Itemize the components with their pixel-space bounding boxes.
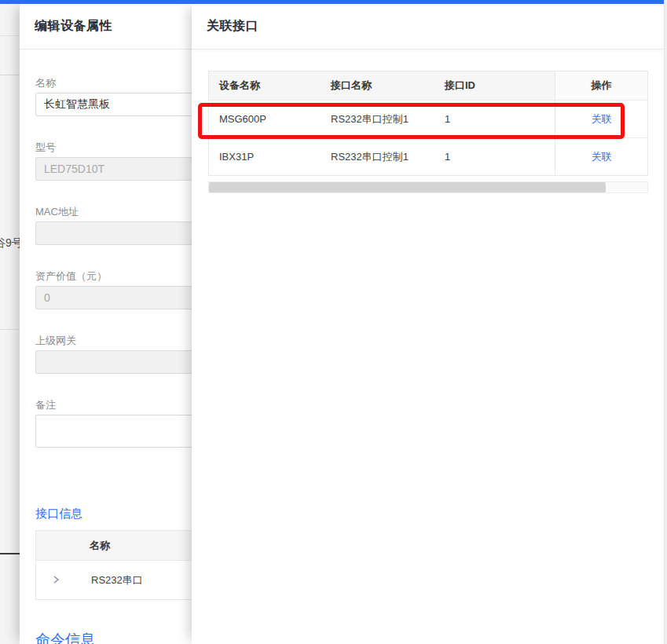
associate-link[interactable]: 关联 — [592, 150, 612, 164]
interface-id-column-header: 接口ID — [434, 71, 555, 100]
interface-name-cell: RS232串口控制1 — [321, 138, 434, 175]
associate-interface-table: 设备名称 接口名称 接口ID 操作 MSG600P RS232串口控制1 1 关… — [208, 71, 648, 176]
scrollbar-thumb[interactable] — [209, 182, 606, 192]
table-row: MSG600P RS232串口控制1 1 关联 — [209, 100, 647, 137]
interface-id-cell: 1 — [434, 101, 555, 137]
underlying-page-strip: 谷9号 — [0, 4, 20, 644]
background-address-text: 谷9号 — [0, 236, 20, 251]
table-horizontal-scrollbar[interactable] — [208, 181, 648, 193]
interface-id-cell: 1 — [434, 138, 555, 175]
associate-interface-title: 关联接口 — [207, 18, 258, 35]
interface-name-cell: RS232串口控制1 — [321, 101, 434, 137]
associate-link[interactable]: 关联 — [592, 112, 612, 126]
background-divider — [0, 35, 20, 36]
background-divider — [0, 329, 20, 330]
associate-interface-header: 关联接口 — [192, 4, 664, 49]
background-panel-edge — [0, 553, 20, 554]
device-name-cell: MSG600P — [209, 101, 321, 137]
associate-interface-drawer: 关联接口 设备名称 接口名称 接口ID 操作 MSG600P RS232串口控制… — [192, 4, 664, 644]
interface-name-column-header: 名称 — [90, 539, 110, 553]
device-name-column-header: 设备名称 — [209, 71, 321, 100]
browser-loading-bar — [0, 0, 664, 4]
table-header-row: 设备名称 接口名称 接口ID 操作 — [209, 71, 647, 100]
interface-name-column-header: 接口名称 — [321, 71, 434, 100]
background-divider — [0, 75, 20, 75]
device-name-cell: IBX31P — [209, 138, 321, 175]
chevron-right-icon[interactable] — [50, 574, 61, 585]
table-row: IBX31P RS232串口控制1 1 关联 — [209, 137, 647, 175]
operation-column-header: 操作 — [555, 71, 647, 100]
edit-device-title: 编辑设备属性 — [35, 18, 112, 35]
page-scrollbar-gutter[interactable] — [664, 0, 667, 644]
